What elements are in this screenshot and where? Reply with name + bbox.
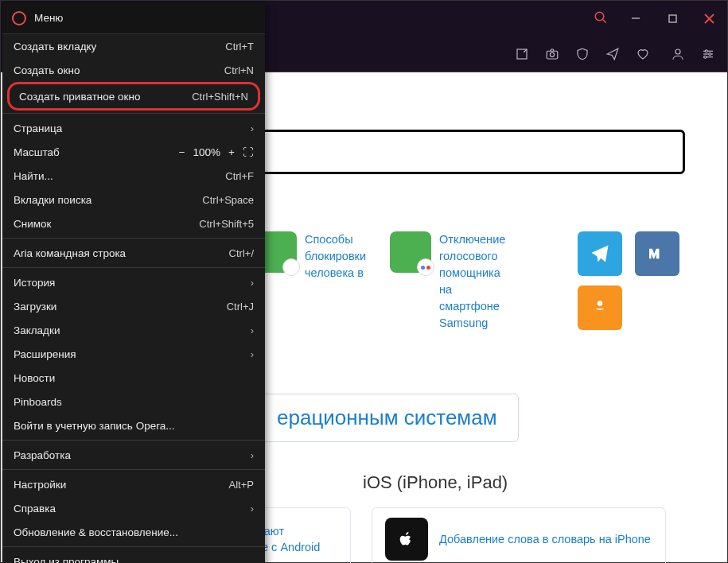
menu-find[interactable]: Найти...Ctrl+F <box>2 164 265 188</box>
android-icon <box>390 231 431 273</box>
tile-text: Отключение голосового помощника на смарт… <box>439 231 514 332</box>
article-card-iphone[interactable]: Добавление слова в словарь на iPhone <box>372 507 666 563</box>
chevron-right-icon: › <box>251 324 254 336</box>
menu-new-window[interactable]: Создать окноCtrl+N <box>2 58 265 82</box>
svg-point-14 <box>709 52 711 55</box>
titlebar-search-icon[interactable] <box>594 10 608 25</box>
svg-point-13 <box>705 49 707 52</box>
menu-pinboards[interactable]: Pinboards <box>2 390 265 414</box>
menu-page[interactable]: Страница› <box>2 116 265 140</box>
menu-settings[interactable]: НастройкиAlt+P <box>2 472 265 496</box>
menu-downloads[interactable]: ЗагрузкиCtrl+J <box>2 294 265 318</box>
tile-article-a[interactable]: Способы блокировки человека в <box>255 231 366 282</box>
apple-icon <box>385 518 428 561</box>
opera-main-menu: Меню Создать вкладкуCtrl+T Создать окноC… <box>2 2 265 563</box>
telegram-icon[interactable] <box>578 231 622 276</box>
minimize-button[interactable] <box>617 1 654 36</box>
chevron-right-icon: › <box>251 122 254 134</box>
menu-signin[interactable]: Войти в учетную запись Opera... <box>2 414 265 437</box>
menu-extensions[interactable]: Расширения› <box>2 342 265 366</box>
section-heading-fragment: ерационным системам <box>255 394 519 442</box>
svg-rect-3 <box>669 15 676 22</box>
close-button[interactable] <box>691 1 727 36</box>
fullscreen-icon[interactable]: ⛶ <box>243 146 254 158</box>
menu-dev[interactable]: Разработка› <box>2 443 265 467</box>
card-text: Добавление слова в словарь на iPhone <box>439 531 651 547</box>
social-icons-group <box>578 231 679 330</box>
person-icon[interactable] <box>670 46 686 62</box>
maximize-button[interactable] <box>654 1 691 36</box>
speed-dial-row: Способы блокировки человека в Отключение… <box>255 231 679 332</box>
svg-point-8 <box>550 52 554 56</box>
zoom-value: 100% <box>193 146 221 158</box>
tile-text: Способы блокировки человека в <box>305 231 366 282</box>
svg-point-16 <box>598 301 603 306</box>
menu-history[interactable]: История› <box>2 270 265 294</box>
ok-icon[interactable] <box>578 285 622 330</box>
chevron-right-icon: › <box>251 449 254 461</box>
opera-logo-icon <box>12 11 26 25</box>
chevron-right-icon: › <box>251 277 254 289</box>
send-icon[interactable] <box>605 46 621 62</box>
vk-icon[interactable] <box>635 231 679 276</box>
tile-article-b[interactable]: Отключение голосового помощника на смарт… <box>390 231 514 332</box>
menu-snapshot[interactable]: СнимокCtrl+Shift+5 <box>2 212 265 235</box>
menu-new-private-window[interactable]: Создать приватное окноCtrl+Shift+N <box>7 82 260 111</box>
crop-icon[interactable] <box>514 46 530 62</box>
window-controls <box>617 1 727 36</box>
menu-search-tabs[interactable]: Вкладки поискаCtrl+Space <box>2 188 265 212</box>
menu-news[interactable]: Новости <box>2 366 265 390</box>
heart-icon[interactable] <box>635 46 651 62</box>
menu-help[interactable]: Справка› <box>2 496 265 520</box>
camera-icon[interactable] <box>544 46 560 62</box>
menu-bookmarks[interactable]: Закладки› <box>2 318 265 342</box>
chevron-right-icon: › <box>251 348 254 360</box>
zoom-controls: − 100% + ⛶ <box>179 146 254 158</box>
svg-point-9 <box>675 49 680 54</box>
svg-point-15 <box>704 56 707 58</box>
menu-new-tab[interactable]: Создать вкладкуCtrl+T <box>2 34 265 58</box>
menu-exit[interactable]: Выход из программы <box>2 549 265 563</box>
menu-title: Меню <box>34 12 64 24</box>
browser-window: ить? Способы блокировки человека в Отклю… <box>0 0 728 563</box>
shield-icon[interactable] <box>574 46 590 62</box>
menu-zoom[interactable]: Масштаб − 100% + ⛶ <box>2 140 265 164</box>
zoom-in-button[interactable]: + <box>228 146 235 158</box>
menu-aria[interactable]: Aria командная строкаCtrl+/ <box>2 241 265 265</box>
chevron-right-icon: › <box>251 503 254 514</box>
svg-line-1 <box>602 19 606 23</box>
sliders-icon[interactable] <box>700 46 716 62</box>
svg-point-0 <box>595 12 604 21</box>
zoom-out-button[interactable]: − <box>179 146 185 158</box>
menu-update[interactable]: Обновление & восстановление... <box>2 520 265 544</box>
os-section-title: iOS (iPhone, iPad) <box>363 472 679 493</box>
menu-header[interactable]: Меню <box>2 2 265 34</box>
